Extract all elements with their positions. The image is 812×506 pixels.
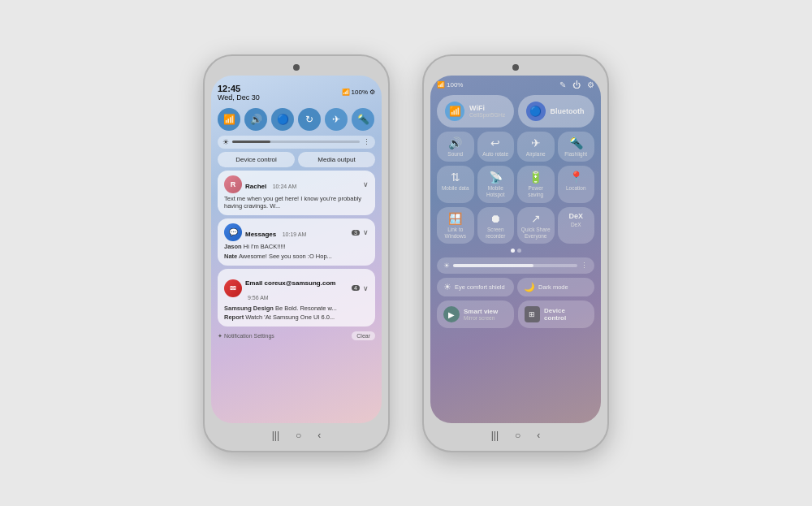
nav-home-right[interactable]: ○ (515, 430, 520, 441)
qs-signal-icon: 📶 (437, 81, 445, 89)
location-icon: 📍 (569, 171, 583, 184)
notif-time-rachel: 10:24 AM (273, 184, 297, 189)
sync-toggle[interactable]: ↻ (298, 108, 321, 131)
brightness-bar[interactable] (232, 141, 360, 143)
brightness-menu[interactable]: ⋮ (363, 138, 370, 146)
nav-home-left[interactable]: ○ (296, 430, 301, 441)
nav-back-left[interactable]: ‹ (317, 430, 321, 441)
flashlight-toggle[interactable]: 🔦 (352, 108, 374, 131)
notification-email[interactable]: ✉ Email coreux@samsung.com 9:56 AM 4 ∨ S… (218, 269, 375, 327)
sound-toggle[interactable]: 🔊 (244, 108, 267, 131)
screen-recorder-label: Screen recorder (481, 227, 512, 240)
smart-view-tile[interactable]: ▶ Smart view Mirror screen (437, 301, 514, 328)
location-tile[interactable]: 📍 Location (558, 166, 595, 203)
notif-text-rachel: Text me when you get here! I know you're… (224, 195, 369, 211)
clear-button[interactable]: Clear (352, 331, 375, 340)
qs-brightness-menu[interactable]: ⋮ (581, 262, 588, 270)
notif-messages-header: 💬 Messages 10:19 AM 3 ∨ (224, 223, 369, 241)
wifi-toggle[interactable]: 📶 (218, 108, 240, 131)
airplane-toggle[interactable]: ✈ (325, 108, 348, 131)
power-icon[interactable]: ⏻ (572, 80, 581, 89)
expand-messages[interactable]: ∨ (363, 228, 369, 236)
hotspot-icon: 📡 (489, 171, 503, 184)
dex-label: DeX (571, 222, 581, 228)
settings-icon[interactable]: ⚙ (369, 89, 375, 96)
eye-comfort-label: Eye comfort shield (455, 283, 505, 291)
qs-brightness-fill (453, 264, 533, 267)
sound-label: Sound (447, 151, 463, 158)
sound-icon: 🔊 (448, 136, 462, 149)
autorotate-icon: ↩ (490, 136, 500, 149)
wifi-tile[interactable]: 📶 WiFi CellSpot5GHz (437, 95, 514, 128)
eye-comfort-tile[interactable]: ☀ Eye comfort shield (437, 278, 514, 296)
bluetooth-toggle[interactable]: 🔵 (271, 108, 294, 131)
pencil-icon[interactable]: ✎ (559, 80, 566, 89)
mobile-data-tile[interactable]: ⇅ Mobile data (437, 166, 474, 203)
eye-comfort-icon: ☀ (443, 282, 451, 292)
wifi-bt-row: 📶 WiFi CellSpot5GHz 🔵 Bluetooth (437, 95, 594, 128)
avatar-rachel: R (224, 175, 242, 193)
camera-dot-right (512, 64, 519, 71)
device-control-icon: ⊞ (525, 306, 541, 322)
smart-view-text: Smart view Mirror screen (464, 308, 498, 321)
expand-email[interactable]: ∨ (363, 284, 369, 292)
bluetooth-tile-text: Bluetooth (551, 107, 585, 115)
status-right: 📶 100% ⚙ (342, 89, 375, 96)
notification-rachel[interactable]: R Rachel 10:24 AM ∨ Text me when you get… (218, 171, 375, 216)
wifi-label: WiFi (469, 104, 505, 112)
dot-2 (517, 249, 521, 253)
notif-rachel-header: R Rachel 10:24 AM ∨ (224, 175, 369, 193)
dex-tile[interactable]: DeX DeX (558, 207, 595, 244)
left-phone: 12:45 Wed, Dec 30 📶 100% ⚙ 📶 🔊 🔵 ↻ ✈ 🔦 (203, 54, 390, 452)
notification-messages[interactable]: 💬 Messages 10:19 AM 3 ∨ Jason Hi I'm BAC… (218, 218, 375, 266)
flashlight-label: Flashlight (564, 151, 587, 158)
qs-brightness-row[interactable]: ☀ ⋮ (437, 257, 594, 274)
device-control-tile[interactable]: ⊞ Device control (518, 301, 595, 328)
expand-rachel[interactable]: ∨ (363, 180, 369, 188)
autorotate-tile[interactable]: ↩ Auto rotate (477, 132, 515, 162)
quick-share-tile[interactable]: ↗ Quick Share Everyone (517, 207, 555, 244)
flashlight-tile[interactable]: 🔦 Flashlight (558, 132, 595, 162)
qs-eye-row: ☀ Eye comfort shield 🌙 Dark mode (437, 278, 594, 296)
time-date: 12:45 Wed, Dec 30 (218, 84, 260, 102)
notif-footer: ✦ Notification Settings Clear (218, 330, 375, 342)
link-windows-tile[interactable]: 🪟 Link to Windows (437, 207, 474, 244)
brightness-row[interactable]: ☀ ⋮ (218, 136, 375, 149)
device-media-buttons: Device control Media output (218, 152, 375, 167)
media-output-button[interactable]: Media output (298, 152, 375, 167)
smart-view-sub: Mirror screen (464, 315, 498, 321)
qs-battery-text: 100% (447, 81, 463, 89)
notif-app-email: Email coreux@samsung.com (245, 279, 335, 287)
gear-icon[interactable]: ⚙ (587, 80, 594, 89)
qs-header: 📶 100% ✎ ⏻ ⚙ (437, 80, 594, 91)
notif-rachel-meta: Rachel 10:24 AM (245, 177, 360, 192)
dark-mode-icon: 🌙 (524, 282, 535, 292)
qs-status-right: 📶 100% (437, 81, 463, 89)
hotspot-tile[interactable]: 📡 Mobile Hotspot (477, 166, 515, 203)
brightness-fill (232, 141, 270, 143)
mobile-data-icon: ⇅ (451, 171, 460, 184)
nav-recents-left[interactable]: ||| (272, 430, 279, 441)
airplane-tile[interactable]: ✈ Airplane (517, 132, 555, 162)
bluetooth-tile[interactable]: 🔵 Bluetooth (518, 95, 595, 128)
notif-text-messages-1: Jason Hi I'm BACK!!!!! (224, 243, 369, 251)
power-saving-tile[interactable]: 🔋 Power saving (517, 166, 555, 203)
notification-settings[interactable]: ✦ Notification Settings (218, 333, 274, 339)
nav-recents-right[interactable]: ||| (491, 430, 499, 441)
avatar-email: ✉ (224, 279, 242, 297)
sound-tile[interactable]: 🔊 Sound (437, 132, 474, 162)
dark-mode-tile[interactable]: 🌙 Dark mode (517, 278, 594, 296)
screen-recorder-tile[interactable]: ⏺ Screen recorder (477, 207, 515, 244)
left-screen: 12:45 Wed, Dec 30 📶 100% ⚙ 📶 🔊 🔵 ↻ ✈ 🔦 (211, 76, 382, 423)
notif-time-messages: 10:19 AM (283, 231, 307, 237)
nav-back-right[interactable]: ‹ (537, 430, 540, 441)
device-control-button[interactable]: Device control (218, 152, 295, 167)
notif-count-messages: 3 (352, 230, 360, 236)
bottom-nav-left: ||| ○ ‹ (211, 423, 382, 443)
power-saving-icon: 🔋 (529, 171, 542, 184)
airplane-icon: ✈ (531, 136, 541, 149)
wifi-sub: CellSpot5GHz (469, 112, 505, 118)
wifi-tile-text: WiFi CellSpot5GHz (469, 104, 505, 118)
qs-brightness-bar[interactable] (453, 264, 577, 267)
power-saving-label: Power saving (520, 185, 551, 198)
